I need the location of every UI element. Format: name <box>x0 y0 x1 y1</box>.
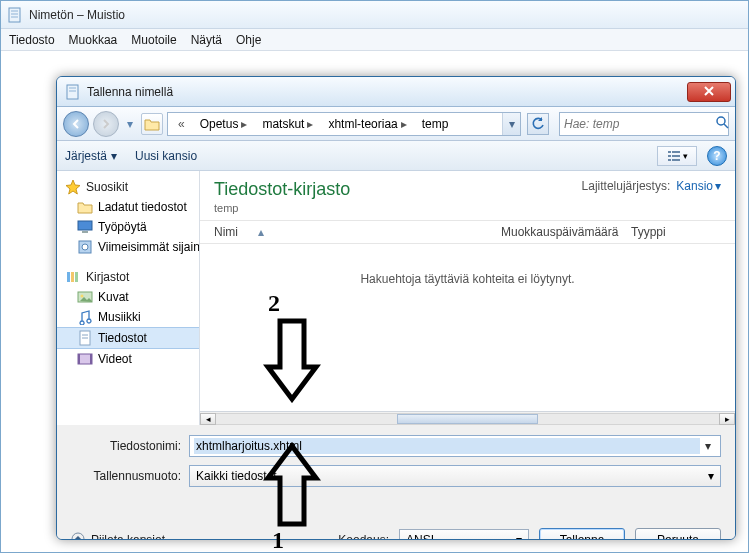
column-headers[interactable]: Nimi▴ Muokkauspäivämäärä Tyyppi <box>200 221 735 244</box>
breadcrumb-item[interactable]: Opetus▸ <box>193 113 256 135</box>
music-icon <box>77 309 93 325</box>
sidebar-item-pictures[interactable]: Kuvat <box>57 287 199 307</box>
chevron-up-icon <box>71 532 85 541</box>
documents-icon <box>77 330 93 346</box>
up-folder-button[interactable] <box>141 113 163 135</box>
sidebar-item-music[interactable]: Musiikki <box>57 307 199 327</box>
chevron-down-icon: ▾ <box>708 469 714 483</box>
sort-asc-icon: ▴ <box>258 225 264 239</box>
filetype-select[interactable]: Kaikki tiedostot ▾ <box>189 465 721 487</box>
save-button[interactable]: Tallenna <box>539 528 625 540</box>
scroll-thumb[interactable] <box>397 414 538 424</box>
dialog-titlebar: Tallenna nimellä <box>57 77 735 107</box>
sidebar-heading-libraries[interactable]: Kirjastot <box>57 267 199 287</box>
svg-rect-29 <box>90 354 92 364</box>
dialog-bottombar: Piilota kansiot Koodaus: ANSI ▾ Tallenna… <box>57 519 735 540</box>
svg-point-23 <box>81 295 84 298</box>
breadcrumb[interactable]: « Opetus▸ matskut▸ xhtml-teoriaa▸ temp ▾ <box>167 112 521 136</box>
sidebar-item-desktop[interactable]: Työpöytä <box>57 217 199 237</box>
nav-bar: ▾ « Opetus▸ matskut▸ xhtml-teoriaa▸ temp… <box>57 107 735 141</box>
menu-format[interactable]: Muotoile <box>131 33 176 47</box>
svg-point-7 <box>717 117 725 125</box>
forward-button[interactable] <box>93 111 119 137</box>
filename-label: Tiedostonimi: <box>57 439 189 453</box>
chevron-down-icon: ▾ <box>516 533 522 540</box>
notepad-titlebar: Nimetön – Muistio <box>1 1 748 29</box>
horizontal-scrollbar[interactable]: ◂ ▸ <box>200 411 735 425</box>
breadcrumb-item[interactable]: matskut▸ <box>255 113 321 135</box>
help-button[interactable]: ? <box>707 146 727 166</box>
svg-line-8 <box>724 124 728 128</box>
recent-icon <box>77 239 93 255</box>
scroll-left-button[interactable]: ◂ <box>200 413 216 425</box>
sort-dropdown[interactable]: Kansio ▾ <box>676 179 721 193</box>
svg-rect-14 <box>672 159 680 161</box>
breadcrumb-root-chevron[interactable]: « <box>168 113 193 135</box>
column-modified[interactable]: Muokkauspäivämäärä <box>501 225 631 239</box>
search-input[interactable] <box>564 117 715 131</box>
chevron-down-icon: ▾ <box>683 151 688 161</box>
svg-rect-4 <box>67 85 78 99</box>
libraries-icon <box>65 269 81 285</box>
menu-edit[interactable]: Muokkaa <box>69 33 118 47</box>
svg-rect-0 <box>9 8 20 22</box>
file-panel: Tiedostot-kirjasto temp Lajittelujärjest… <box>200 171 735 425</box>
sidebar-heading-favorites[interactable]: Suosikit <box>57 177 199 197</box>
menu-file[interactable]: Tiedosto <box>9 33 55 47</box>
star-icon <box>65 179 81 195</box>
refresh-button[interactable] <box>527 113 549 135</box>
svg-rect-20 <box>71 272 74 282</box>
sidebar-item-videos[interactable]: Videot <box>57 349 199 369</box>
back-button[interactable] <box>63 111 89 137</box>
chevron-down-icon: ▾ <box>715 179 721 193</box>
menu-help[interactable]: Ohje <box>236 33 261 47</box>
menu-view[interactable]: Näytä <box>191 33 222 47</box>
view-mode-button[interactable]: ▾ <box>657 146 697 166</box>
chevron-down-icon: ▾ <box>111 149 117 163</box>
hide-folders-button[interactable]: Piilota kansiot <box>71 532 165 541</box>
breadcrumb-item[interactable]: xhtml-teoriaa▸ <box>321 113 414 135</box>
dialog-title: Tallenna nimellä <box>87 85 173 99</box>
svg-point-18 <box>82 244 88 250</box>
breadcrumb-item[interactable]: temp <box>415 113 454 135</box>
svg-rect-9 <box>668 151 671 153</box>
search-box[interactable] <box>559 112 729 136</box>
scroll-track[interactable] <box>216 413 719 425</box>
svg-rect-10 <box>672 151 680 153</box>
svg-rect-12 <box>672 155 680 157</box>
sidebar-item-recent[interactable]: Viimeisimmät sijainnit <box>57 237 199 257</box>
cancel-button[interactable]: Peruuta <box>635 528 721 540</box>
search-icon <box>715 115 729 132</box>
column-type[interactable]: Tyyppi <box>631 225 721 239</box>
list-icon <box>667 150 681 162</box>
scroll-right-button[interactable]: ▸ <box>719 413 735 425</box>
nav-history-dropdown[interactable]: ▾ <box>123 114 137 134</box>
desktop-icon <box>77 219 93 235</box>
new-folder-button[interactable]: Uusi kansio <box>135 149 197 163</box>
column-name[interactable]: Nimi <box>214 225 238 239</box>
sidebar-item-downloads[interactable]: Ladatut tiedostot <box>57 197 199 217</box>
svg-rect-19 <box>67 272 70 282</box>
breadcrumb-dropdown[interactable]: ▾ <box>502 113 520 135</box>
svg-rect-16 <box>82 231 88 233</box>
close-button[interactable] <box>687 82 731 102</box>
organize-button[interactable]: Järjestä ▾ <box>65 149 117 163</box>
sidebar: Suosikit Ladatut tiedostot Työpöytä Viim… <box>57 171 200 425</box>
folder-icon <box>77 199 93 215</box>
dialog-toolbar: Järjestä ▾ Uusi kansio ▾ ? <box>57 141 735 171</box>
videos-icon <box>77 351 93 367</box>
sidebar-item-documents[interactable]: Tiedostot <box>57 327 199 349</box>
pictures-icon <box>77 289 93 305</box>
encoding-select[interactable]: ANSI ▾ <box>399 529 529 540</box>
svg-rect-21 <box>75 272 78 282</box>
save-as-dialog: Tallenna nimellä ▾ « Opetus▸ matskut▸ xh… <box>56 76 736 540</box>
svg-rect-28 <box>78 354 80 364</box>
svg-rect-27 <box>78 354 92 364</box>
sort-label: Lajittelujärjestys: <box>582 179 671 193</box>
notepad-icon <box>65 84 81 100</box>
svg-rect-13 <box>668 159 671 161</box>
filename-dropdown[interactable]: ▾ <box>700 439 716 453</box>
filename-input[interactable] <box>194 438 700 454</box>
folder-icon <box>144 116 160 132</box>
library-subtitle: temp <box>214 202 350 214</box>
